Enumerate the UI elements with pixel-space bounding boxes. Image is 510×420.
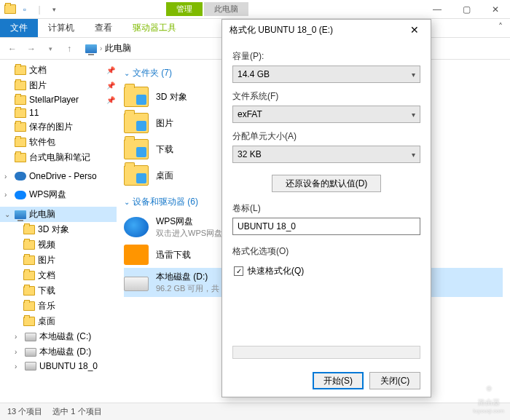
breadcrumb[interactable]: › 此电脑 bbox=[80, 40, 136, 57]
chevron-down-icon: ⌄ bbox=[124, 69, 130, 77]
chevron-icon: › bbox=[15, 333, 22, 341]
tree-item-onedrive[interactable]: ›OneDrive - Perso bbox=[0, 170, 117, 183]
tree-item-wps[interactable]: ›WPS网盘 bbox=[0, 187, 117, 202]
filesystem-label: 文件系统(F) bbox=[232, 90, 420, 103]
start-button[interactable]: 开始(S) bbox=[313, 372, 364, 389]
minimize-button[interactable]: — bbox=[423, 0, 452, 19]
group-label: 文件夹 (7) bbox=[133, 67, 172, 79]
tree-item[interactable]: 下载 bbox=[0, 283, 117, 298]
tree-item[interactable]: 文档 bbox=[0, 268, 117, 283]
tree-item[interactable]: 台式电脑和笔记 bbox=[0, 150, 117, 165]
tree-item-label: 桌面 bbox=[38, 315, 55, 328]
tree-item-label: StellarPlayer bbox=[29, 95, 79, 105]
navigation-tree[interactable]: 文档📌 图片📌 StellarPlayer📌 11 保存的图片 软件包 台式电脑… bbox=[0, 60, 117, 403]
watermark: ⊕ 路由器 luyouqi.com bbox=[473, 380, 504, 414]
allocation-select[interactable]: 32 KB bbox=[232, 146, 420, 163]
tab-view[interactable]: 查看 bbox=[85, 19, 122, 37]
tree-item[interactable]: 软件包 bbox=[0, 135, 117, 150]
restore-defaults-button[interactable]: 还原设备的默认值(D) bbox=[272, 175, 381, 192]
save-icon[interactable]: ▫ bbox=[19, 4, 31, 15]
capacity-select[interactable]: 14.4 GB bbox=[232, 66, 420, 83]
maximize-button[interactable]: ▢ bbox=[452, 0, 481, 19]
folder-icon bbox=[124, 139, 149, 159]
allocation-label: 分配单元大小(A) bbox=[232, 130, 420, 143]
tree-item-label: 保存的图片 bbox=[29, 121, 73, 133]
volume-label-input[interactable]: UBUNTU 18_0 bbox=[232, 218, 420, 235]
tree-item-drive[interactable]: ›UBUNTU 18_0 bbox=[0, 360, 117, 373]
up-button[interactable]: ↑ bbox=[61, 41, 77, 57]
allocation-value: 32 KB bbox=[238, 149, 262, 159]
pin-icon: 📌 bbox=[106, 82, 114, 90]
disk-icon bbox=[25, 333, 36, 341]
tree-item-label: 11 bbox=[29, 108, 39, 118]
tree-item[interactable]: 音乐 bbox=[0, 298, 117, 314]
back-button[interactable]: ← bbox=[4, 41, 20, 57]
tab-drive-tools[interactable]: 驱动器工具 bbox=[122, 19, 187, 37]
tree-item-label: 下载 bbox=[38, 285, 55, 297]
status-item-count: 13 个项目 bbox=[7, 406, 42, 417]
quick-format-label: 快速格式化(Q) bbox=[248, 265, 304, 277]
status-selection: 选中 1 个项目 bbox=[52, 406, 101, 417]
breadcrumb-location: 此电脑 bbox=[105, 42, 131, 55]
dialog-close-button[interactable]: ✕ bbox=[406, 24, 423, 36]
filesystem-value: exFAT bbox=[238, 109, 262, 119]
forward-button[interactable]: → bbox=[23, 41, 39, 57]
title-bar: ▫ | ▾ 管理 此电脑 — ▢ ✕ bbox=[0, 0, 510, 19]
tree-item[interactable]: 桌面 bbox=[0, 314, 117, 329]
tree-item-drive[interactable]: ›本地磁盘 (D:) bbox=[0, 344, 117, 360]
tree-item-drive[interactable]: ›本地磁盘 (C:) bbox=[0, 329, 117, 344]
chevron-icon: › bbox=[15, 348, 22, 356]
chevron-icon: › bbox=[4, 173, 12, 181]
tab-file[interactable]: 文件 bbox=[0, 19, 38, 37]
tab-computer[interactable]: 计算机 bbox=[38, 19, 85, 37]
tree-item[interactable]: 视频 bbox=[0, 237, 117, 253]
cloud-icon bbox=[15, 191, 26, 199]
folder-icon bbox=[124, 165, 149, 186]
tree-item-label: 本地磁盘 (C:) bbox=[39, 330, 91, 343]
folder-label: 图片 bbox=[156, 117, 173, 130]
history-dropdown[interactable]: ▾ bbox=[42, 41, 58, 57]
filesystem-select[interactable]: exFAT bbox=[232, 106, 420, 123]
tree-item[interactable]: 图片📌 bbox=[0, 78, 117, 93]
ribbon-expand-icon[interactable]: ˄ bbox=[491, 19, 510, 37]
pin-icon: 📌 bbox=[106, 96, 114, 104]
tree-item-thispc[interactable]: ⌄此电脑 bbox=[0, 207, 117, 222]
tree-item-label: 文档 bbox=[38, 269, 55, 282]
close-button[interactable]: ✕ bbox=[481, 0, 510, 19]
wps-icon bbox=[124, 217, 149, 237]
tree-item[interactable]: StellarPlayer📌 bbox=[0, 93, 117, 106]
folder-label: 下载 bbox=[156, 143, 173, 156]
dialog-title-bar[interactable]: 格式化 UBUNTU 18_0 (E:) ✕ bbox=[222, 20, 431, 40]
contextual-tab-manage[interactable]: 管理 bbox=[166, 2, 203, 16]
chevron-right-icon: › bbox=[100, 44, 102, 52]
folder-icon bbox=[23, 240, 35, 250]
watermark-icon: ⊕ bbox=[481, 380, 497, 396]
folder-icon bbox=[15, 153, 26, 162]
qat-dropdown-icon[interactable]: ▾ bbox=[48, 4, 60, 15]
pc-icon bbox=[85, 44, 97, 53]
tree-item[interactable]: 图片 bbox=[0, 253, 117, 268]
folder-icon bbox=[15, 95, 26, 105]
folder-icon bbox=[15, 122, 26, 132]
group-label: 设备和驱动器 (6) bbox=[133, 196, 198, 208]
tree-item[interactable]: 文档📌 bbox=[0, 63, 117, 78]
tree-item-label: 台式电脑和笔记 bbox=[29, 151, 90, 164]
folder-icon bbox=[23, 286, 35, 296]
folder-icon bbox=[23, 317, 35, 326]
device-sublabel: 96.2 GB 可用，共 bbox=[156, 283, 219, 294]
tree-item[interactable]: 11 bbox=[0, 106, 117, 119]
folder-icon bbox=[15, 81, 26, 90]
watermark-text: 路由器 bbox=[473, 397, 504, 408]
chevron-down-icon: ⌄ bbox=[4, 210, 12, 218]
tree-item-label: 视频 bbox=[38, 239, 55, 251]
tree-item-label: 图片 bbox=[38, 254, 55, 266]
device-label: WPS网盘 bbox=[156, 215, 222, 228]
tree-item-label: WPS网盘 bbox=[29, 189, 66, 201]
chevron-down-icon: ⌄ bbox=[124, 198, 130, 206]
capacity-value: 14.4 GB bbox=[238, 69, 270, 79]
tree-item[interactable]: 保存的图片 bbox=[0, 119, 117, 135]
tree-item[interactable]: 3D 对象 bbox=[0, 222, 117, 237]
close-button[interactable]: 关闭(C) bbox=[369, 372, 420, 389]
quick-format-checkbox[interactable]: ✓ 快速格式化(Q) bbox=[232, 261, 420, 282]
watermark-url: luyouqi.com bbox=[473, 408, 504, 414]
